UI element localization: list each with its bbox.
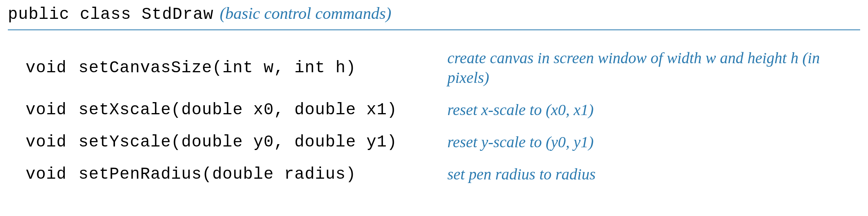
return-type: void [8,126,78,158]
method-signature: setYscale(double y0, double y1) [78,126,447,158]
api-header: public class StdDraw (basic control comm… [8,4,860,30]
method-description: set pen radius to radius [447,158,860,190]
return-type: void [8,158,78,190]
method-table: void setCanvasSize(int w, int h) create … [8,42,860,190]
class-declaration: public class StdDraw [8,5,213,24]
method-description: create canvas in screen window of width … [447,42,860,94]
return-type: void [8,42,78,94]
method-row: void setCanvasSize(int w, int h) create … [8,42,860,94]
method-signature: setXscale(double x0, double x1) [78,94,447,126]
return-type: void [8,94,78,126]
method-signature: setCanvasSize(int w, int h) [78,42,447,94]
method-row: void setYscale(double y0, double y1) res… [8,126,860,158]
method-description: reset y-scale to (y0, y1) [447,126,860,158]
method-row: void setXscale(double x0, double x1) res… [8,94,860,126]
method-description: reset x-scale to (x0, x1) [447,94,860,126]
method-signature: setPenRadius(double radius) [78,158,447,190]
header-note: (basic control commands) [220,4,391,23]
method-row: void setPenRadius(double radius) set pen… [8,158,860,190]
